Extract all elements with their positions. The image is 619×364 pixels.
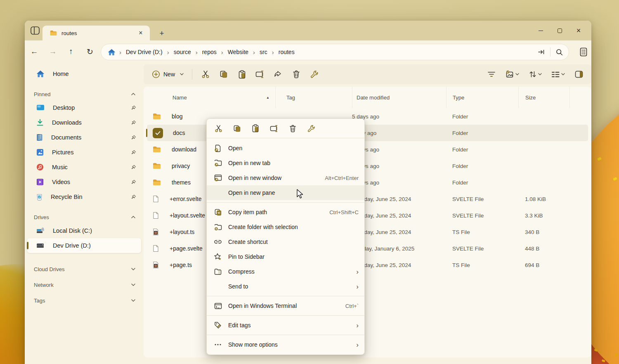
sidebar-item-dev-drive-d[interactable]: Dev Drive (D:) — [27, 238, 141, 253]
sidebar-item-home[interactable]: Home — [27, 66, 141, 81]
menu-item-open-in-new-tab[interactable]: Open in new tab — [207, 156, 364, 170]
sidebar-item-recycle-bin[interactable]: Recycle Bin — [27, 189, 141, 204]
open-icon — [213, 144, 222, 152]
paste-icon[interactable] — [248, 121, 263, 135]
terminal-icon — [213, 303, 222, 310]
up-button[interactable]: ↑ — [64, 45, 78, 59]
new-tab-button[interactable]: + — [156, 28, 168, 39]
more-options-icon — [213, 344, 222, 345]
home-icon[interactable] — [108, 49, 116, 56]
menu-item-open-in-windows-terminal[interactable]: Open in Windows Terminal Ctrl+` — [207, 298, 364, 313]
folder-icon — [153, 113, 161, 120]
submenu-arrow-icon: › — [356, 322, 359, 329]
breadcrumb-separator: › — [116, 49, 125, 56]
menu-item-create-shortcut[interactable]: Create shortcut — [207, 234, 364, 249]
sidebar-item-downloads[interactable]: Downloads — [27, 115, 141, 130]
pin-icon[interactable] — [131, 135, 136, 140]
column-header-type[interactable]: Type — [446, 87, 518, 108]
titlebar[interactable]: routes × + × — [25, 21, 591, 40]
sidebar-item-music[interactable]: Music — [27, 160, 141, 175]
chevron-down-icon — [131, 284, 135, 286]
command-toolbar: New — [144, 64, 591, 84]
pin-icon[interactable] — [131, 194, 136, 200]
copy-button[interactable] — [215, 66, 233, 82]
go-to-arrow-icon[interactable] — [534, 46, 548, 58]
menu-item-open-in-new-window[interactable]: Open in new window Alt+Ctrl+Enter — [207, 170, 364, 185]
new-button[interactable]: New — [147, 68, 188, 81]
menu-item-open[interactable]: Open — [207, 141, 364, 156]
sidebar-section-cloud-drives[interactable]: Cloud Drives — [25, 263, 144, 275]
folder-icon — [153, 163, 161, 169]
delete-icon[interactable] — [285, 121, 300, 135]
submenu-arrow-icon: › — [356, 268, 359, 275]
column-header-date[interactable]: Date modified — [352, 87, 446, 108]
menu-item-show-more-options[interactable]: Show more options › — [207, 337, 364, 352]
home-icon — [36, 70, 45, 78]
sidebar-section-network[interactable]: Network — [25, 279, 144, 291]
thumbnails-toggle-button[interactable] — [501, 66, 524, 82]
breadcrumb-segment-drive[interactable]: Dev Drive (D:) — [125, 49, 163, 55]
properties-icon[interactable] — [304, 121, 319, 135]
documents-icon — [36, 134, 43, 141]
column-header-size[interactable]: Size — [518, 87, 569, 108]
delete-button[interactable] — [287, 66, 305, 82]
sidebar-item-local-disk-c[interactable]: Local Disk (C:) — [27, 223, 141, 238]
sidebar-section-tags[interactable]: Tags — [25, 294, 144, 307]
pin-icon[interactable] — [131, 120, 136, 125]
menu-item-pin-to-sidebar[interactable]: Pin to Sidebar — [207, 249, 364, 264]
forward-button[interactable]: → — [46, 45, 60, 59]
back-button[interactable]: ← — [27, 45, 41, 59]
share-button[interactable] — [269, 66, 287, 82]
preview-pane-toggle-button[interactable] — [570, 66, 588, 82]
menu-item-create-folder-with-selection[interactable]: Create folder with selection — [207, 220, 364, 234]
sidebar-toggle-icon[interactable] — [30, 25, 40, 36]
pin-icon[interactable] — [131, 165, 136, 170]
column-headers: Name ▲ Tag Date modified Type Size — [144, 87, 591, 108]
details-list-icon[interactable] — [577, 45, 590, 59]
sidebar-item-desktop[interactable]: Desktop — [27, 100, 141, 115]
sidebar-item-videos[interactable]: Videos — [27, 175, 141, 189]
sidebar-item-pictures[interactable]: Pictures — [27, 145, 141, 160]
sidebar-section-pinned[interactable]: Pinned — [25, 88, 144, 100]
rename-button[interactable] — [251, 66, 269, 82]
tab-close-icon[interactable]: × — [136, 28, 146, 38]
column-header-name[interactable]: Name ▲ — [144, 87, 275, 108]
properties-button[interactable] — [305, 66, 324, 82]
minimize-button[interactable] — [531, 23, 550, 38]
sidebar-section-drives[interactable]: Drives — [25, 211, 144, 223]
maximize-button[interactable] — [550, 23, 569, 38]
rename-icon[interactable] — [267, 121, 281, 135]
paste-button[interactable] — [233, 66, 251, 82]
menu-item-open-in-new-pane[interactable]: Open in new pane — [207, 185, 364, 200]
refresh-button[interactable]: ↻ — [83, 45, 97, 59]
column-header-tag[interactable]: Tag — [275, 87, 352, 108]
chevron-up-icon — [131, 216, 135, 218]
menu-item-compress[interactable]: Compress › — [207, 264, 364, 279]
breadcrumb-segment-src[interactable]: src — [259, 49, 268, 55]
tab-routes[interactable]: routes × — [43, 26, 150, 40]
close-button[interactable]: × — [569, 23, 588, 38]
new-button-label: New — [163, 71, 175, 78]
breadcrumb-segment-website[interactable]: Website — [227, 49, 249, 55]
pin-icon[interactable] — [131, 180, 136, 185]
checkbox-checked-icon[interactable] — [153, 128, 163, 138]
menu-item-send-to[interactable]: Send to › — [207, 279, 364, 294]
breadcrumb-segment-source[interactable]: source — [173, 49, 192, 55]
address-bar[interactable]: › Dev Drive (D:) › source › repos › Webs… — [101, 44, 569, 60]
cut-button[interactable] — [196, 66, 215, 82]
filter-button[interactable] — [482, 66, 501, 82]
breadcrumb-segment-routes[interactable]: routes — [278, 49, 295, 55]
copy-icon[interactable] — [229, 121, 244, 135]
breadcrumb-segment-repos[interactable]: repos — [201, 49, 217, 55]
menu-item-edit-tags[interactable]: Edit tags › — [207, 318, 364, 333]
cut-icon[interactable] — [211, 121, 226, 135]
context-menu-quick-actions — [207, 119, 364, 138]
mouse-cursor — [296, 189, 305, 199]
sort-button[interactable] — [524, 66, 547, 82]
view-options-button[interactable] — [547, 66, 570, 82]
sidebar-item-documents[interactable]: Documents — [27, 130, 141, 145]
menu-item-copy-item-path[interactable]: Copy item path Ctrl+Shift+C — [207, 205, 364, 220]
search-icon[interactable] — [552, 46, 566, 58]
pin-icon[interactable] — [131, 105, 136, 111]
pin-icon[interactable] — [131, 150, 136, 155]
